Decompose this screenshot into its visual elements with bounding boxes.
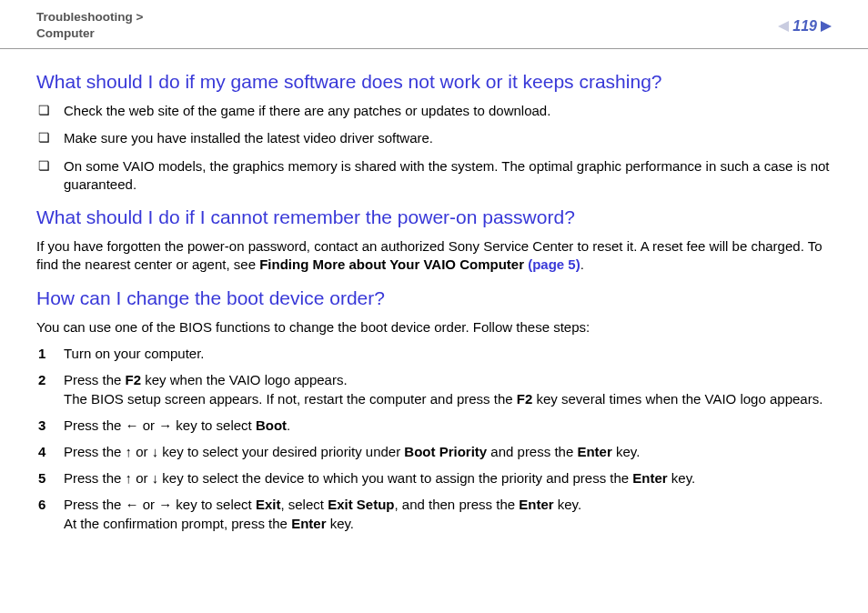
text: key. bbox=[668, 470, 696, 486]
paragraph: If you have forgotten the power-on passw… bbox=[36, 237, 832, 275]
page-navigation: 119 bbox=[778, 9, 832, 35]
paragraph: You can use one of the BIOS functions to… bbox=[36, 318, 832, 337]
numbered-list: 1Turn on your computer. 2Press the F2 ke… bbox=[36, 344, 832, 533]
section-heading-game-software: What should I do if my game software doe… bbox=[36, 71, 832, 93]
text: key. bbox=[612, 444, 641, 459]
text: Press the bbox=[64, 372, 126, 387]
text: and press the bbox=[487, 444, 577, 459]
text: Press the ↑ or ↓ key to select the devic… bbox=[64, 470, 632, 486]
breadcrumb-line2: Computer bbox=[36, 25, 143, 42]
list-item: On some VAIO models, the graphics memory… bbox=[36, 157, 832, 195]
breadcrumb: Troubleshooting > Computer bbox=[36, 9, 143, 41]
list-item: Make sure you have installed the latest … bbox=[36, 129, 832, 147]
list-item: 3Press the ← or → key to select Boot. bbox=[36, 416, 832, 435]
step-number: 4 bbox=[38, 442, 45, 461]
section-heading-boot-order: How can I change the boot device order? bbox=[36, 287, 832, 309]
text: , select bbox=[280, 497, 328, 512]
step-number: 2 bbox=[38, 370, 45, 389]
step-number: 6 bbox=[38, 495, 45, 514]
list-item: 4Press the ↑ or ↓ key to select your des… bbox=[36, 442, 832, 461]
text: key several times when the VAIO logo app… bbox=[532, 391, 823, 407]
text: key. bbox=[326, 516, 354, 531]
next-page-icon[interactable] bbox=[821, 21, 832, 32]
page-number: 119 bbox=[792, 18, 817, 35]
page-header: Troubleshooting > Computer 119 bbox=[0, 0, 868, 49]
text: . bbox=[287, 417, 290, 433]
text: Press the ↑ or ↓ key to select your desi… bbox=[64, 444, 404, 459]
list-item: 1Turn on your computer. bbox=[36, 344, 832, 363]
page-link[interactable]: (page 5) bbox=[528, 256, 580, 272]
bold-text: Finding More about Your VAIO Computer bbox=[259, 256, 528, 272]
text: key when the VAIO logo appears. bbox=[141, 372, 348, 387]
key-name: F2 bbox=[517, 391, 533, 407]
key-name: Boot Priority bbox=[404, 444, 487, 459]
page-content: What should I do if my game software doe… bbox=[0, 49, 868, 558]
section-heading-password: What should I do if I cannot remember th… bbox=[36, 206, 832, 228]
text: The BIOS setup screen appears. If not, r… bbox=[64, 391, 517, 407]
breadcrumb-line1: Troubleshooting > bbox=[36, 9, 143, 25]
key-name: Exit bbox=[256, 497, 281, 512]
text: Turn on your computer. bbox=[64, 346, 205, 361]
text: . bbox=[580, 256, 584, 272]
list-item: 2Press the F2 key when the VAIO logo app… bbox=[36, 370, 832, 408]
key-name: F2 bbox=[126, 372, 142, 387]
step-number: 5 bbox=[38, 468, 45, 487]
key-name: Enter bbox=[577, 444, 611, 459]
bullet-list: Check the web site of the game if there … bbox=[36, 102, 832, 194]
key-name: Exit Setup bbox=[328, 497, 394, 512]
list-item: 6Press the ← or → key to select Exit, se… bbox=[36, 495, 832, 533]
list-item: 5Press the ↑ or ↓ key to select the devi… bbox=[36, 468, 832, 487]
step-number: 1 bbox=[38, 344, 45, 363]
key-name: Enter bbox=[632, 470, 667, 486]
key-name: Boot bbox=[256, 417, 287, 433]
step-number: 3 bbox=[38, 416, 45, 435]
text: Press the ← or → key to select bbox=[64, 497, 256, 512]
prev-page-icon[interactable] bbox=[778, 21, 789, 32]
key-name: Enter bbox=[291, 516, 326, 531]
list-item: Check the web site of the game if there … bbox=[36, 102, 832, 120]
key-name: Enter bbox=[519, 497, 553, 512]
text: At the confirmation prompt, press the bbox=[64, 516, 291, 531]
text: Press the ← or → key to select bbox=[64, 417, 256, 433]
text: , and then press the bbox=[394, 497, 519, 512]
text: key. bbox=[554, 497, 582, 512]
